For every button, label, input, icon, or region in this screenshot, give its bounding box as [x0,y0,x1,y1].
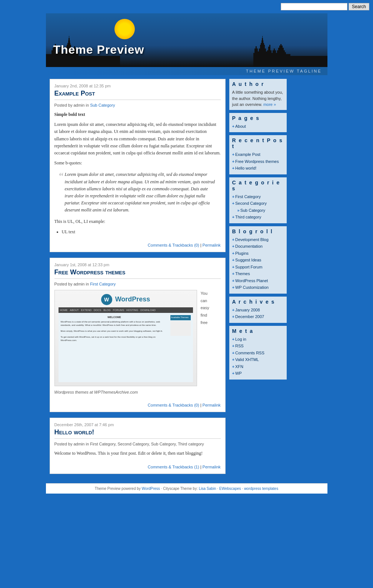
post-1-permalink[interactable]: Permalink [203,243,221,247]
post-3-permalink[interactable]: Permalink [203,465,221,469]
post-3-comments-link[interactable]: Comments & Trackbacks (1) [148,465,199,469]
blogroll-0[interactable]: Development Blog [232,237,284,243]
wp-side-text: Youcaneasyfindfree [201,290,209,386]
meta-1[interactable]: RSS [232,343,284,349]
blogroll-3[interactable]: Suggest Ideas [232,257,284,263]
header-tagline: THEME PREVIEW TAGLINE [46,67,327,75]
meta-4[interactable]: XFN [232,364,284,370]
blogroll-2[interactable]: Plugins [232,250,284,257]
cat-link-0[interactable]: First Category [232,194,284,200]
post-1-footer: Comments & Trackbacks (0) | Permalink [54,240,221,247]
post-3-title-link[interactable]: Hello world! [54,428,94,436]
post-3-body: Welcome to WordPress. This is your first… [54,450,221,457]
post-3: December 26th, 2007 at 7:46 pm Hello wor… [50,418,226,474]
footer-lisa-link[interactable]: Lisa Sabin [199,487,216,491]
categories-widget-title: C a t e g o r i e s [232,180,284,191]
blogroll-widget-title: B l o g r o l l [232,228,284,234]
post-3-categories: First Category, Second Category, Sub Cat… [90,442,204,446]
meta-0[interactable]: Log in [232,336,284,343]
wp-nav-download: DOWNLOAD [140,308,156,312]
recent-link-2[interactable]: Hello world! [232,165,284,171]
wp-logo-circle: W [101,294,112,305]
ul-list: UL text [62,228,221,235]
wp-nav-home: HOME [60,308,68,312]
wp-themes-label: Available Themes [170,315,191,320]
top-bar: Search [0,0,373,13]
post-2-body: W WordPress HOME ABOUT EXTEND DOCS BLOG [54,290,221,396]
recent-widget-body: Example Post Free Wordpress themes Hello… [232,151,284,171]
meta-2[interactable]: Comments RSS [232,350,284,356]
blogroll-7[interactable]: WP Customization [232,284,284,291]
meta-3[interactable]: Valid XHTML [232,357,284,363]
footer-text: Theme Preview powered by [95,487,141,491]
site-wrapper: Theme Preview THEME PREVIEW TAGLINE Janu… [46,13,327,494]
wp-description3: To get started with WordPress, set it up… [61,335,168,342]
wp-body: WELCOME WordPress is a state-of-the-art … [59,313,193,382]
post-2-category-link[interactable]: First Category [90,282,116,286]
meta-5[interactable]: WP [232,370,284,377]
post-1-date: January 2nd, 2008 at 12:35 pm [54,84,221,88]
side-text-you: Youcaneasyfindfree [201,291,209,325]
site-header: Theme Preview [46,13,327,67]
wp-nav-bar: HOME ABOUT EXTEND DOCS BLOG FORUMS HOSTI… [59,307,193,313]
post-1-body: Simple bold text Lorem ipsum dolor sit a… [54,111,221,235]
post-1-comments-link[interactable]: Comments & Trackbacks (0) [148,243,199,247]
widget-blogroll: B l o g r o l l Development Blog Documen… [229,226,287,294]
wp-screenshot-inner: W WordPress HOME ABOUT EXTEND DOCS BLOG [55,290,197,386]
post-2-category-prefix: Posted by admin in [54,282,90,286]
wp-logo: W WordPress [101,294,150,305]
bold-text: Simple bold text [54,112,85,117]
sub-cat-link[interactable]: Sub Category [232,207,284,214]
blogroll-4[interactable]: Support Forum [232,264,284,270]
post-1-blockquote: Lorem ipsum dolor sit amet, consectetur … [62,170,221,215]
recent-link-0[interactable]: Example Post [232,151,284,158]
widget-pages: P a g e s About [229,113,287,133]
footer-wp-link[interactable]: WordPress [142,487,160,491]
footer-wptemplates-link[interactable]: wordpress templates [244,487,278,491]
post-1: January 2nd, 2008 at 12:35 pm Example Po… [50,79,226,252]
blogroll-6[interactable]: WordPress Planet [232,278,284,284]
meta-widget-body: Log in RSS Comments RSS Valid XHTML XFN … [232,336,284,377]
site-title: Theme Preview [53,43,144,57]
pages-widget-body: About [232,123,284,130]
wp-image-container: W WordPress HOME ABOUT EXTEND DOCS BLOG [54,290,221,386]
cat-link-1[interactable]: Second Category [232,200,284,207]
post-2-permalink[interactable]: Permalink [203,403,221,407]
content-area: January 2nd, 2008 at 12:35 pm Example Po… [50,79,226,480]
recent-link-1[interactable]: Free Wordpress themes [232,158,284,165]
site-footer: Theme Preview powered by WordPress · Cit… [46,483,327,494]
widget-recent: R e c e n t P o s t Example Post Free Wo… [229,135,287,174]
post-2-category: Posted by admin in First Category [54,282,221,286]
wp-nav-hosting: HOSTING [126,308,138,312]
archive-1[interactable]: December 2007 [232,314,284,320]
post-3-category-prefix: Posted by admin in [54,442,90,446]
pages-about-link[interactable]: About [232,123,284,130]
post-1-title-link[interactable]: Example Post [54,90,95,97]
footer-ewebspaces-link[interactable]: EWebscapes [219,487,241,491]
search-button[interactable]: Search [349,3,369,10]
search-input[interactable] [281,3,347,10]
post-1-category: Posted by admin in Sub Category [54,103,221,107]
wp-nav-about: ABOUT [70,308,79,312]
author-widget-text: A little something about you, the author… [232,89,284,108]
widget-archives: A r c h i v e s January 2008 December 20… [229,297,287,323]
post-2-comments-link[interactable]: Comments & Trackbacks (0) [148,403,199,407]
post-1-category-link[interactable]: Sub Category [90,103,115,107]
sidebar: A u t h o r A little something about you… [229,79,287,382]
meta-widget-title: M e t a [232,328,284,334]
cat-third-link[interactable]: Third category [232,214,284,220]
blogroll-1[interactable]: Documentation [232,243,284,250]
blogroll-5[interactable]: Themes [232,271,284,277]
widget-author: A u t h o r A little something about you… [229,79,287,110]
archive-0[interactable]: January 2008 [232,307,284,313]
wp-theme-preview [170,321,191,336]
wp-nav-extend: EXTEND [81,308,91,312]
post-2-title-link[interactable]: Free Wordpress themes [54,268,126,276]
archives-widget-title: A r c h i v e s [232,299,284,305]
archives-widget-body: January 2008 December 2007 [232,307,284,320]
wp-main-content: WELCOME WordPress is a state-of-the-art … [61,315,168,380]
blockquote-label: Some b-quotes: [54,160,221,167]
author-more-link[interactable]: more » [263,102,276,107]
post-3-date: December 26th, 2007 at 7:46 pm [54,422,221,427]
footer-sep1: · Cityscape Theme by: [161,487,199,491]
